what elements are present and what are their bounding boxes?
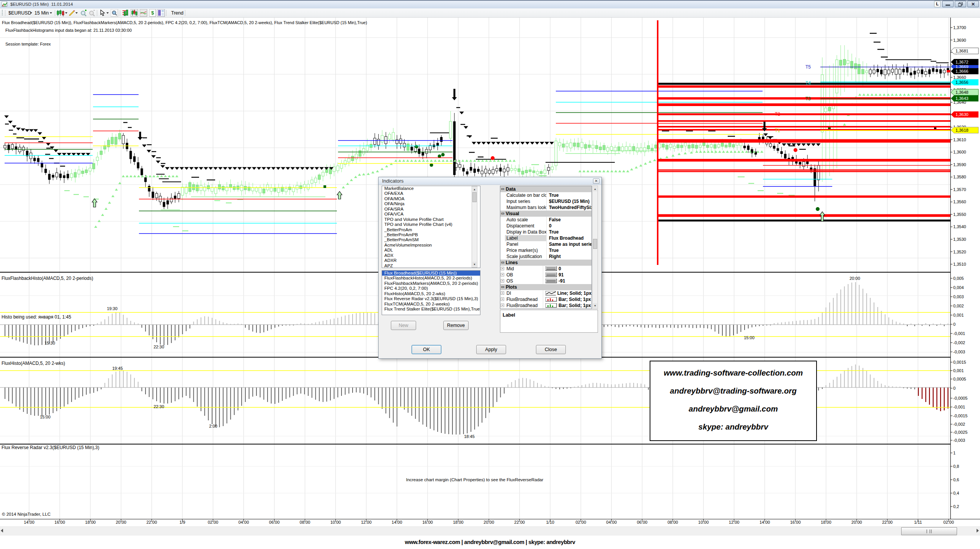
svg-text:02:00: 02:00 [208, 520, 219, 524]
svg-text:16:00: 16:00 [790, 520, 801, 524]
svg-text:Flux Broadhead($EURUSD (15 Min: Flux Broadhead($EURUSD (15 Min)), FluxFl… [2, 20, 367, 25]
svg-text:-0,003: -0,003 [953, 350, 965, 354]
svg-text:-0,002: -0,002 [953, 340, 965, 345]
svg-text:06:00: 06:00 [269, 520, 280, 524]
svg-text:0,002: 0,002 [953, 304, 964, 308]
svg-text:1,3618: 1,3618 [956, 128, 969, 132]
svg-text:02:00: 02:00 [575, 520, 586, 524]
svg-text:1,3681: 1,3681 [956, 49, 969, 53]
svg-text:0,4: 0,4 [953, 491, 959, 495]
svg-text:22:00: 22:00 [147, 520, 157, 524]
svg-text:1,3560: 1,3560 [953, 199, 966, 204]
svg-text:0,001: 0,001 [953, 313, 964, 317]
svg-text:22:30: 22:30 [154, 345, 164, 349]
svg-text:22:00: 22:00 [514, 520, 525, 524]
svg-text:08:00: 08:00 [668, 520, 678, 524]
svg-text:T5: T5 [805, 64, 811, 70]
svg-text:16:00: 16:00 [422, 520, 433, 524]
svg-text:Flux Reverse Radar v2.3($EURUS: Flux Reverse Radar v2.3($EURUSD (15 Min)… [2, 445, 99, 450]
svg-text:15:00: 15:00 [744, 335, 755, 340]
svg-text:1,3700: 1,3700 [953, 25, 966, 30]
svg-text:T3: T3 [805, 96, 811, 101]
svg-text:10:00: 10:00 [330, 520, 341, 524]
svg-text:1,3690: 1,3690 [953, 38, 966, 42]
svg-text:1,3540: 1,3540 [953, 224, 966, 229]
svg-text:2:00: 2:00 [209, 424, 217, 428]
svg-text:22:30: 22:30 [154, 404, 164, 409]
svg-text:0,0015: 0,0015 [953, 360, 966, 364]
svg-text:-0,002: -0,002 [953, 422, 965, 426]
svg-text:FluxHisto(AMACD,5, 20 2-wks): FluxHisto(AMACD,5, 20 2-wks) [2, 361, 65, 366]
svg-text:-0,001: -0,001 [953, 405, 965, 409]
svg-text:FluxFlashbackHistograms input: FluxFlashbackHistograms input data began… [5, 28, 132, 33]
svg-text:T1: T1 [775, 128, 780, 133]
svg-text:0,005: 0,005 [953, 276, 964, 281]
svg-text:0,004: 0,004 [953, 285, 964, 290]
svg-text:T4: T4 [805, 80, 811, 86]
svg-text:1,3610: 1,3610 [953, 137, 966, 142]
svg-text:1,3666: 1,3666 [956, 69, 969, 74]
svg-text:0: 0 [953, 322, 956, 327]
svg-text:20:00: 20:00 [116, 520, 126, 524]
svg-text:15:30: 15:30 [44, 341, 55, 345]
svg-text:1,3580: 1,3580 [953, 175, 966, 179]
svg-text:1: 1 [953, 451, 956, 455]
svg-text:18:00: 18:00 [85, 520, 96, 524]
svg-text:22:00: 22:00 [882, 520, 893, 524]
svg-text:20:00: 20:00 [483, 520, 494, 524]
svg-text:18:45: 18:45 [464, 434, 475, 439]
svg-text:-0,0015: -0,0015 [953, 413, 967, 418]
svg-text:1/10: 1/10 [546, 520, 554, 524]
svg-text:FluxFlashbackHisto(AMACD,5, 20: FluxFlashbackHisto(AMACD,5, 20 2-periods… [2, 276, 93, 281]
svg-text:1,3648: 1,3648 [956, 90, 969, 95]
svg-text:20:00: 20:00 [851, 520, 862, 524]
svg-text:08:00: 08:00 [300, 520, 310, 524]
svg-text:Histo being used: января 01, 1: Histo being used: января 01, 1:45 [2, 314, 71, 320]
svg-text:19:30: 19:30 [107, 306, 118, 311]
svg-text:04:00: 04:00 [606, 520, 617, 524]
svg-text:14:00: 14:00 [392, 520, 402, 524]
svg-text:1,3570: 1,3570 [953, 187, 966, 192]
svg-text:1,3600: 1,3600 [953, 150, 966, 154]
svg-text:0,003: 0,003 [953, 294, 964, 299]
svg-text:1/9: 1/9 [180, 520, 185, 524]
svg-text:0,2: 0,2 [953, 504, 959, 509]
svg-text:0,8: 0,8 [953, 464, 959, 469]
svg-text:0,001: 0,001 [953, 368, 964, 373]
svg-text:18:00: 18:00 [453, 520, 464, 524]
svg-text:1,3510: 1,3510 [953, 262, 966, 266]
svg-text:04:00: 04:00 [238, 520, 249, 524]
svg-text:12:00: 12:00 [729, 520, 740, 524]
svg-text:© 2014 NinjaTrader, LLC: © 2014 NinjaTrader, LLC [2, 512, 51, 516]
svg-text:0,6: 0,6 [953, 477, 959, 482]
svg-text:1,3520: 1,3520 [953, 250, 966, 254]
svg-text:12:00: 12:00 [361, 520, 372, 524]
svg-text:0,0005: 0,0005 [953, 377, 966, 381]
svg-text:-0,001: -0,001 [953, 331, 965, 336]
svg-text:Session template: Forex: Session template: Forex [5, 42, 51, 46]
svg-text:1,3590: 1,3590 [953, 162, 966, 167]
svg-text:$: $ [151, 10, 154, 16]
svg-text:1,3656: 1,3656 [956, 80, 969, 85]
svg-text:-0,0025: -0,0025 [953, 430, 967, 435]
svg-text:02:00: 02:00 [943, 520, 954, 524]
svg-text:1,3630: 1,3630 [956, 112, 969, 117]
svg-text:1,3672: 1,3672 [956, 60, 969, 64]
svg-text:T2: T2 [775, 111, 780, 117]
svg-text:Increase chart margin (Chart P: Increase chart margin (Chart Properties)… [406, 477, 544, 482]
svg-text:14:00: 14:00 [760, 520, 770, 524]
svg-text:1,3643: 1,3643 [956, 96, 969, 101]
svg-text:1,3660: 1,3660 [953, 75, 966, 80]
svg-text:-0,003: -0,003 [953, 438, 965, 443]
svg-text:1/11: 1/11 [914, 520, 922, 524]
svg-text:15:00: 15:00 [40, 415, 51, 419]
svg-text:-0,0005: -0,0005 [953, 396, 967, 400]
svg-text:06:00: 06:00 [637, 520, 648, 524]
svg-text:16:00: 16:00 [54, 520, 65, 524]
svg-text:10:00: 10:00 [698, 520, 709, 524]
svg-text:1,3550: 1,3550 [953, 212, 966, 217]
svg-text:20:00: 20:00 [849, 276, 860, 281]
svg-text:19:45: 19:45 [112, 366, 123, 371]
svg-text:1,3530: 1,3530 [953, 237, 966, 242]
svg-text:0: 0 [953, 386, 956, 391]
